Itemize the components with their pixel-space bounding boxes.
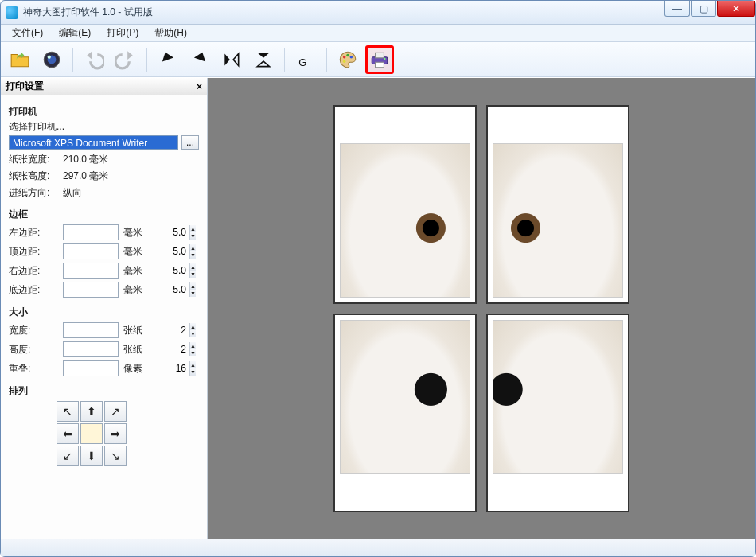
spin-up-icon[interactable]: ▲ <box>190 263 196 271</box>
preview-page-1[interactable] <box>333 105 477 304</box>
spin-down-icon[interactable]: ▼ <box>190 271 196 278</box>
spin-up-icon[interactable]: ▲ <box>190 282 196 290</box>
statusbar <box>1 539 755 556</box>
undo-button[interactable] <box>80 45 108 74</box>
flip-vertical-button[interactable] <box>249 45 278 74</box>
panel-close-button[interactable]: × <box>197 81 202 92</box>
palette-icon <box>337 49 358 70</box>
height-label: 高度: <box>9 343 58 356</box>
spin-down-icon[interactable]: ▼ <box>190 232 196 240</box>
maximize-button[interactable]: ▢ <box>691 1 716 17</box>
gamma-icon: G <box>295 49 316 70</box>
print-button[interactable] <box>365 45 394 74</box>
spin-up-icon[interactable]: ▲ <box>190 361 196 368</box>
arrange-n-button[interactable]: ⬆ <box>80 401 103 422</box>
margin-bottom-input[interactable]: ▲▼ <box>63 282 119 298</box>
arrange-section-title: 排列 <box>9 384 199 398</box>
menu-file[interactable]: 文件(F) <box>4 25 51 41</box>
printer-dropdown[interactable]: Microsoft XPS Document Writer <box>9 135 178 150</box>
page-margin <box>340 474 470 506</box>
unit-label: 毫米 <box>123 245 147 259</box>
margin-right-input[interactable]: ▲▼ <box>63 263 119 278</box>
redo-icon <box>115 49 136 70</box>
menu-edit[interactable]: 编辑(E) <box>51 25 99 41</box>
preview-page-3[interactable] <box>333 314 477 512</box>
rotate-right-icon <box>189 49 210 70</box>
spin-down-icon[interactable]: ▼ <box>190 349 196 356</box>
rotate-right-button[interactable] <box>185 45 214 74</box>
menu-print[interactable]: 打印(P) <box>99 25 146 41</box>
toolbar-separator <box>72 48 73 72</box>
margin-left-input[interactable]: ▲▼ <box>63 224 119 240</box>
page-margin <box>340 111 470 143</box>
preview-page-2[interactable] <box>486 105 629 304</box>
menu-help[interactable]: 帮助(H) <box>146 25 195 41</box>
arrange-sw-button[interactable]: ↙ <box>57 446 79 466</box>
panel-title: 打印设置 <box>6 80 44 93</box>
panel-header[interactable]: 打印设置 × <box>1 78 207 95</box>
arrange-section: 排列 ↖ ⬆ ↗ ⬅ ➡ ↙ ⬇ ↘ <box>9 384 199 466</box>
spin-up-icon[interactable]: ▲ <box>190 225 196 232</box>
spin-down-icon[interactable]: ▼ <box>190 368 196 376</box>
overlap-label: 重叠: <box>9 362 58 376</box>
spin-up-icon[interactable]: ▲ <box>190 244 196 251</box>
arrange-ne-button[interactable]: ↗ <box>104 401 127 422</box>
svg-point-7 <box>343 60 345 62</box>
svg-point-5 <box>346 53 349 56</box>
paper-height-label: 纸张高度: <box>9 169 58 183</box>
arrange-center-button[interactable] <box>80 423 103 444</box>
margin-top-input[interactable]: ▲▼ <box>63 243 119 259</box>
svg-point-4 <box>343 56 345 58</box>
arrange-nw-button[interactable]: ↖ <box>57 401 79 422</box>
printer-section-title: 打印机 <box>9 105 199 119</box>
gamma-button[interactable]: G <box>291 45 320 74</box>
size-section: 大小 宽度: ▲▼ 张纸 高度: ▲▼ 张纸 重叠: ▲▼ 像素 <box>9 306 199 376</box>
preview-page-4[interactable] <box>486 314 629 512</box>
rotate-left-icon <box>158 49 178 70</box>
spin-down-icon[interactable]: ▼ <box>190 290 196 297</box>
unit-label: 张纸 <box>123 343 147 356</box>
page-margin <box>493 111 623 143</box>
rotate-left-button[interactable] <box>154 45 182 74</box>
arrange-w-button[interactable]: ⬅ <box>57 423 79 444</box>
margin-bottom-label: 底边距: <box>9 283 58 297</box>
paper-width-label: 纸张宽度: <box>9 153 58 166</box>
printer-properties-button[interactable]: ... <box>181 135 199 150</box>
svg-rect-10 <box>376 62 384 68</box>
print-settings-panel: 打印设置 × 打印机 选择打印机... Microsoft XPS Docume… <box>1 78 208 539</box>
app-icon <box>6 6 18 19</box>
printer-icon <box>369 49 390 70</box>
unit-label: 毫米 <box>123 226 147 240</box>
close-button[interactable]: ✕ <box>717 1 755 17</box>
preview-canvas[interactable] <box>208 78 755 539</box>
flip-horizontal-button[interactable] <box>217 45 246 74</box>
arrange-e-button[interactable]: ➡ <box>104 423 127 444</box>
width-label: 宽度: <box>9 324 58 337</box>
margin-right-label: 右边距: <box>9 264 58 278</box>
select-printer-label: 选择打印机... <box>9 120 199 134</box>
spin-up-icon[interactable]: ▲ <box>190 342 196 349</box>
titlebar[interactable]: 神奇大图打印软件 1.0 - 试用版 — ▢ ✕ <box>1 1 755 25</box>
arrange-se-button[interactable]: ↘ <box>104 446 127 466</box>
paper-width-value: 210.0 毫米 <box>63 153 108 166</box>
camera-button[interactable] <box>37 45 66 74</box>
height-sheets-input[interactable]: ▲▼ <box>63 341 119 357</box>
overlap-input[interactable]: ▲▼ <box>63 360 119 376</box>
minimize-button[interactable]: — <box>664 1 690 17</box>
page-image-tile <box>340 320 470 474</box>
window-buttons: — ▢ ✕ <box>664 1 755 17</box>
spin-down-icon[interactable]: ▼ <box>190 251 196 259</box>
arrange-s-button[interactable]: ⬇ <box>80 446 103 466</box>
toolbar: G <box>1 42 755 77</box>
spin-up-icon[interactable]: ▲ <box>190 323 196 330</box>
svg-text:G: G <box>298 56 306 68</box>
open-button[interactable] <box>6 45 34 74</box>
unit-label: 毫米 <box>123 264 147 278</box>
svg-point-6 <box>350 56 353 58</box>
page-image-tile <box>493 143 623 298</box>
redo-button[interactable] <box>111 45 140 74</box>
spin-down-icon[interactable]: ▼ <box>190 330 196 337</box>
palette-button[interactable] <box>333 45 362 74</box>
arrange-grid: ↖ ⬆ ↗ ⬅ ➡ ↙ ⬇ ↘ <box>57 401 199 466</box>
width-sheets-input[interactable]: ▲▼ <box>63 322 119 338</box>
